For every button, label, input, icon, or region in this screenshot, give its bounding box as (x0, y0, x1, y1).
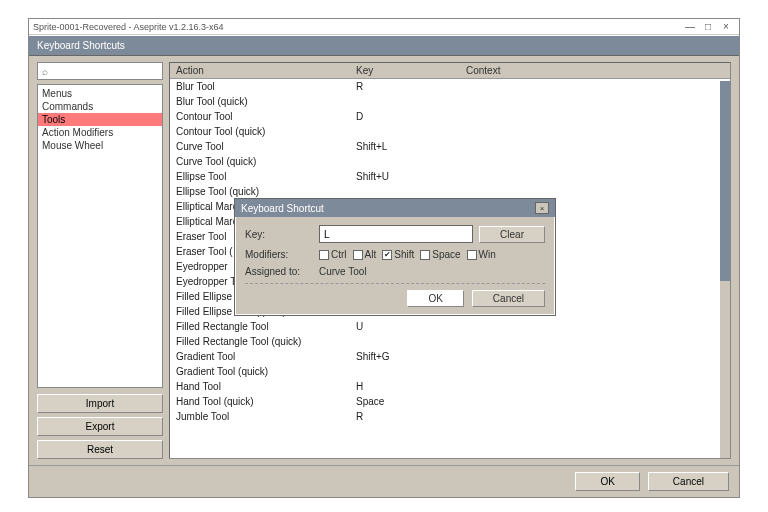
shortcut-modal: Keyboard Shortcut × Key: Clear Modifiers… (234, 198, 556, 316)
minimize-button[interactable]: — (681, 21, 699, 32)
table-row[interactable]: Blur ToolR (176, 79, 724, 94)
table-row[interactable]: Curve Tool (quick) (176, 154, 724, 169)
col-key: Key (356, 65, 466, 76)
action-cell: Contour Tool (quick) (176, 126, 356, 137)
win-checkbox[interactable]: Win (467, 249, 496, 260)
scrollbar-thumb[interactable] (720, 81, 730, 281)
table-row[interactable]: Jumble ToolR (176, 409, 724, 424)
table-row[interactable]: Filled Rectangle Tool (quick) (176, 334, 724, 349)
context-cell (466, 186, 724, 197)
context-cell (466, 126, 724, 137)
table-row[interactable]: Hand Tool (quick)Space (176, 394, 724, 409)
context-cell (466, 141, 724, 152)
export-button[interactable]: Export (37, 417, 163, 436)
scrollbar[interactable] (720, 81, 730, 458)
action-cell: Hand Tool (quick) (176, 396, 356, 407)
key-label: Key: (245, 229, 313, 240)
table-row[interactable]: Ellipse Tool (quick) (176, 184, 724, 199)
category-menus[interactable]: Menus (38, 87, 162, 100)
category-mouse-wheel[interactable]: Mouse Wheel (38, 139, 162, 152)
alt-checkbox[interactable]: Alt (353, 249, 377, 260)
table-row[interactable]: Gradient Tool (quick) (176, 364, 724, 379)
action-cell: Ellipse Tool (176, 171, 356, 182)
context-cell (466, 111, 724, 122)
key-cell (356, 96, 466, 107)
table-row[interactable]: Blur Tool (quick) (176, 94, 724, 109)
shift-checkbox[interactable]: ✔Shift (382, 249, 414, 260)
category-action-modifiers[interactable]: Action Modifiers (38, 126, 162, 139)
assigned-label: Assigned to: (245, 266, 313, 277)
key-cell (356, 186, 466, 197)
context-cell (466, 171, 724, 182)
modal-title: Keyboard Shortcut (241, 203, 324, 214)
table-row[interactable]: Contour ToolD (176, 109, 724, 124)
table-row[interactable]: Gradient ToolShift+G (176, 349, 724, 364)
window-title: Sprite-0001-Recovered - Aseprite v1.2.16… (33, 22, 224, 32)
category-commands[interactable]: Commands (38, 100, 162, 113)
context-cell (466, 81, 724, 92)
context-cell (466, 336, 724, 347)
context-cell (466, 96, 724, 107)
table-row[interactable]: Filled Rectangle ToolU (176, 319, 724, 334)
key-cell: Shift+L (356, 141, 466, 152)
key-cell: H (356, 381, 466, 392)
space-checkbox[interactable]: Space (420, 249, 460, 260)
action-cell: Contour Tool (176, 111, 356, 122)
key-cell (356, 336, 466, 347)
col-context: Context (466, 65, 724, 76)
context-cell (466, 411, 724, 422)
context-cell (466, 321, 724, 332)
key-cell: Space (356, 396, 466, 407)
ok-button[interactable]: OK (575, 472, 639, 491)
context-cell (466, 366, 724, 377)
key-cell: R (356, 411, 466, 422)
category-tools[interactable]: Tools (38, 113, 162, 126)
modal-cancel-button[interactable]: Cancel (472, 290, 545, 307)
action-cell: Filled Rectangle Tool (quick) (176, 336, 356, 347)
search-input[interactable]: ⌕ (37, 62, 163, 80)
context-cell (466, 396, 724, 407)
table-row[interactable]: Ellipse ToolShift+U (176, 169, 724, 184)
titlebar: Sprite-0001-Recovered - Aseprite v1.2.16… (29, 19, 739, 35)
key-cell: D (356, 111, 466, 122)
key-cell: Shift+U (356, 171, 466, 182)
action-cell: Hand Tool (176, 381, 356, 392)
context-cell (466, 381, 724, 392)
key-cell: Shift+G (356, 351, 466, 362)
table-row[interactable]: Contour Tool (quick) (176, 124, 724, 139)
action-cell: Gradient Tool (176, 351, 356, 362)
action-cell: Blur Tool (quick) (176, 96, 356, 107)
dialog-title: Keyboard Shortcuts (29, 35, 739, 56)
table-row[interactable]: Hand ToolH (176, 379, 724, 394)
key-cell: U (356, 321, 466, 332)
modal-ok-button[interactable]: OK (407, 290, 463, 307)
clear-button[interactable]: Clear (479, 226, 545, 243)
key-cell (356, 156, 466, 167)
key-cell: R (356, 81, 466, 92)
search-icon: ⌕ (42, 66, 48, 77)
context-cell (466, 351, 724, 362)
cancel-button[interactable]: Cancel (648, 472, 729, 491)
context-cell (466, 156, 724, 167)
maximize-button[interactable]: □ (699, 21, 717, 32)
table-row[interactable]: Curve ToolShift+L (176, 139, 724, 154)
action-cell: Ellipse Tool (quick) (176, 186, 356, 197)
key-input[interactable] (319, 225, 473, 243)
assigned-value: Curve Tool (319, 266, 367, 277)
action-cell: Filled Rectangle Tool (176, 321, 356, 332)
import-button[interactable]: Import (37, 394, 163, 413)
key-cell (356, 126, 466, 137)
modifiers-label: Modifiers: (245, 249, 313, 260)
category-list: Menus Commands Tools Action Modifiers Mo… (37, 84, 163, 388)
col-action: Action (176, 65, 356, 76)
ctrl-checkbox[interactable]: Ctrl (319, 249, 347, 260)
action-cell: Curve Tool (176, 141, 356, 152)
modal-close-button[interactable]: × (535, 202, 549, 214)
key-cell (356, 366, 466, 377)
action-cell: Gradient Tool (quick) (176, 366, 356, 377)
action-cell: Jumble Tool (176, 411, 356, 422)
action-cell: Curve Tool (quick) (176, 156, 356, 167)
close-button[interactable]: × (717, 21, 735, 32)
action-cell: Blur Tool (176, 81, 356, 92)
reset-button[interactable]: Reset (37, 440, 163, 459)
